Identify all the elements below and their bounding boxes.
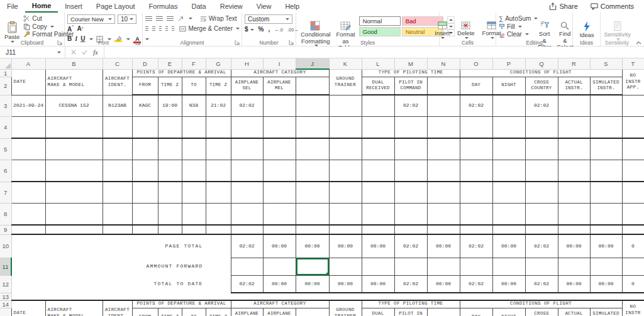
formula-input[interactable] xyxy=(104,46,644,58)
active-cell-J11[interactable] xyxy=(296,258,329,275)
page-total-value[interactable]: 02:02 xyxy=(525,234,558,258)
entry-pilot-in-command[interactable]: 02:02 xyxy=(394,95,427,116)
page-total-value[interactable]: 02:02 xyxy=(394,234,427,258)
orientation-button[interactable] xyxy=(177,16,184,22)
cell[interactable] xyxy=(460,203,492,225)
cancel-icon[interactable] xyxy=(71,50,76,55)
cell[interactable] xyxy=(182,160,206,182)
accounting-format-button[interactable]: $ xyxy=(245,26,248,33)
cell[interactable] xyxy=(394,160,427,182)
cell[interactable] xyxy=(558,138,590,160)
header-day[interactable]: DAY xyxy=(460,77,492,95)
cell[interactable] xyxy=(427,182,460,203)
cell[interactable] xyxy=(45,160,103,182)
cell[interactable] xyxy=(622,95,644,116)
total-to-date-value[interactable]: 00:00 xyxy=(590,275,622,293)
cell[interactable] xyxy=(132,116,158,138)
header-simulated-instr[interactable]: SIMULATED INSTR. xyxy=(590,77,622,95)
total-to-date-value[interactable]: 02:02 xyxy=(394,275,427,293)
header-conditions[interactable]: CONDITIONS OF FLIGHT xyxy=(460,300,622,308)
cell[interactable] xyxy=(622,182,644,203)
header-ground-trainer[interactable]: GROUND TRAINER xyxy=(329,300,362,316)
header-airplane-mel[interactable]: AIRPLANE MEL xyxy=(263,77,296,95)
cell[interactable] xyxy=(590,138,622,160)
col-header[interactable]: F xyxy=(182,58,206,69)
autosum-button[interactable]: ∑ AutoSum xyxy=(499,14,534,23)
cell[interactable] xyxy=(427,308,460,316)
header-dual-received[interactable]: DUAL RECEIVED xyxy=(362,308,394,316)
header-airplane-sel[interactable]: AIRPLANE SEL xyxy=(231,308,263,316)
cell[interactable] xyxy=(45,225,103,234)
tab-file[interactable]: File xyxy=(0,0,25,13)
header-time-z-2[interactable]: TIME Z xyxy=(206,77,231,95)
cell[interactable] xyxy=(182,203,206,225)
cell[interactable] xyxy=(231,182,263,203)
total-to-date-value[interactable]: 02:02 xyxy=(460,275,492,293)
clear-button[interactable]: Clear xyxy=(499,30,534,38)
page-total-value[interactable]: 00:00 xyxy=(558,234,590,258)
header-ground-trainer[interactable]: GROUND TRAINER xyxy=(329,69,362,95)
cell[interactable] xyxy=(45,116,103,138)
total-to-date-value[interactable]: 00:00 xyxy=(558,275,590,293)
header-ident[interactable]: AIRCRAFT IDENT. xyxy=(103,69,132,95)
entry-time-z-2[interactable]: 21:02 xyxy=(206,95,231,116)
page-total-value[interactable]: 02:02 xyxy=(460,234,492,258)
cell[interactable] xyxy=(11,293,644,300)
cell[interactable] xyxy=(263,258,296,275)
cell[interactable] xyxy=(206,225,231,234)
cell[interactable] xyxy=(158,138,182,160)
col-header[interactable]: L xyxy=(362,58,394,69)
cell[interactable] xyxy=(362,203,394,225)
cell[interactable] xyxy=(206,182,231,203)
tab-page-layout[interactable]: Page Layout xyxy=(89,0,142,13)
tab-formulas[interactable]: Formulas xyxy=(142,0,185,13)
cell[interactable] xyxy=(558,225,590,234)
row-header[interactable]: 8 xyxy=(0,203,11,225)
cell[interactable] xyxy=(11,203,45,225)
align-middle-icon[interactable] xyxy=(156,16,163,21)
col-header[interactable]: S xyxy=(590,58,622,69)
header-piloting-time[interactable]: TYPE OF PILOTING TIME xyxy=(362,69,460,77)
align-center-icon[interactable] xyxy=(152,26,155,31)
col-header[interactable]: N xyxy=(427,58,460,69)
cell[interactable] xyxy=(103,160,132,182)
cell[interactable] xyxy=(362,182,394,203)
cell[interactable] xyxy=(296,308,329,316)
cell[interactable] xyxy=(231,160,263,182)
entry-cross-country[interactable]: 02:02 xyxy=(525,95,558,116)
cell[interactable] xyxy=(296,203,329,225)
cell[interactable] xyxy=(492,116,525,138)
cell[interactable] xyxy=(622,225,644,234)
cell[interactable] xyxy=(525,138,558,160)
header-actual-instr[interactable]: ACTUAL INSTR. xyxy=(558,308,590,316)
total-to-date-value[interactable]: 00:00 xyxy=(329,275,362,293)
align-left-icon[interactable] xyxy=(145,26,148,31)
header-no-instr[interactable]: NO INSTR APP. xyxy=(622,300,644,316)
row-header-selected[interactable]: 11 xyxy=(0,258,11,275)
header-actual-instr[interactable]: ACTUAL INSTR. xyxy=(558,77,590,95)
col-header[interactable]: H xyxy=(231,58,263,69)
header-ident[interactable]: AIRCRAFT IDENT. xyxy=(103,300,132,316)
tab-view[interactable]: View xyxy=(250,0,279,13)
cell[interactable] xyxy=(394,258,427,275)
collapse-ribbon-button[interactable] xyxy=(636,41,641,45)
col-header[interactable]: Q xyxy=(525,58,558,69)
header-airplane-sel[interactable]: AIRPLANE SEL xyxy=(231,77,263,95)
cell[interactable] xyxy=(558,95,590,116)
entry-date[interactable]: 2021-09-24 xyxy=(11,95,45,116)
cell[interactable] xyxy=(394,203,427,225)
row-header[interactable]: 13 xyxy=(0,293,11,300)
increase-indent-icon[interactable] xyxy=(172,26,174,31)
cell[interactable] xyxy=(492,95,525,116)
cell[interactable] xyxy=(525,258,558,275)
tab-home[interactable]: Home xyxy=(25,0,58,13)
cell[interactable] xyxy=(622,160,644,182)
page-total-value[interactable]: 00:00 xyxy=(296,234,329,258)
header-night[interactable]: NIGHT xyxy=(492,308,525,316)
decrease-indent-icon[interactable] xyxy=(165,26,168,31)
font-dialog-launcher[interactable] xyxy=(135,40,141,45)
cell[interactable] xyxy=(460,160,492,182)
format-as-table-button[interactable]: Format as Table xyxy=(335,14,357,38)
col-header[interactable]: A xyxy=(11,58,45,69)
header-piloting-time[interactable]: TYPE OF PILOTING TIME xyxy=(362,300,460,308)
